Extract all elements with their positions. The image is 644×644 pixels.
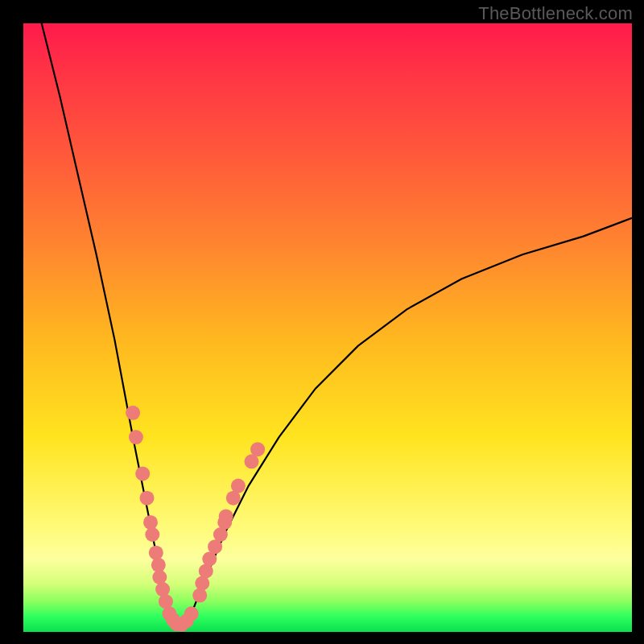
pink-dot — [231, 479, 246, 493]
pink-dot — [250, 442, 265, 456]
pink-dot — [151, 558, 166, 572]
bottleneck-curve — [42, 23, 632, 625]
frame-border: TheBottleneck.com — [0, 0, 644, 644]
pink-dot-group — [126, 406, 265, 632]
pink-dot — [184, 606, 199, 621]
pink-dot — [219, 509, 233, 523]
pink-dot — [192, 588, 207, 603]
pink-dot — [149, 546, 163, 560]
pink-dot — [135, 466, 150, 481]
pink-dot — [143, 515, 158, 530]
pink-dot — [126, 406, 140, 420]
pink-dot — [140, 491, 155, 506]
curve-layer — [23, 23, 632, 632]
pink-dot — [152, 570, 167, 584]
pink-dot — [155, 582, 170, 597]
pink-dot — [129, 430, 143, 444]
plot-area — [23, 23, 632, 632]
bottleneck-curve-path — [42, 23, 632, 625]
watermark-text: TheBottleneck.com — [478, 3, 633, 24]
pink-dot — [145, 527, 159, 542]
